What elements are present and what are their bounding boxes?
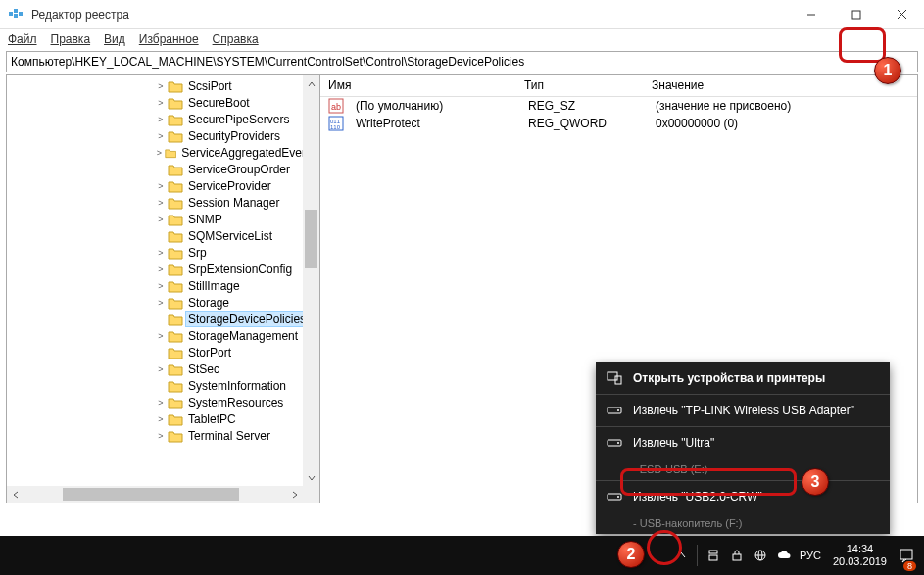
tree-item[interactable]: >SecurityProviders (7, 127, 319, 144)
tree-item[interactable]: >Srp (7, 244, 319, 261)
scroll-down-button[interactable] (303, 469, 319, 486)
tree-expand-icon[interactable]: > (154, 98, 168, 108)
tree-expand-icon[interactable]: > (154, 181, 168, 191)
tree-item[interactable]: >Session Manager (7, 194, 319, 211)
tree-expand-icon[interactable]: > (154, 131, 168, 141)
list-row[interactable]: ab(По умолчанию)REG_SZ(значение не присв… (320, 97, 917, 115)
tree-item[interactable]: StorPort (7, 344, 319, 360)
tray-network-icon[interactable] (749, 536, 772, 575)
eject-item-3-sub[interactable]: - USB-накопитель (F:) (596, 512, 890, 534)
tray-lock-icon[interactable] (725, 536, 749, 575)
tree-item[interactable]: >ServiceProvider (7, 177, 319, 194)
tree-item-label: SystemResources (186, 396, 285, 409)
tree-item[interactable]: >Storage (7, 294, 319, 311)
tray-eject-icon[interactable] (702, 536, 725, 575)
tree-expand-icon[interactable]: > (154, 81, 168, 91)
tree-item[interactable]: SQMServiceList (7, 227, 319, 244)
tree-expand-icon[interactable]: > (154, 115, 168, 124)
eject-item-2[interactable]: Извлечь "Ultra" (596, 427, 890, 458)
address-bar[interactable]: Компьютер\HKEY_LOCAL_MACHINE\SYSTEM\Curr… (6, 51, 918, 72)
eject-item-1[interactable]: Извлечь "TP-LINK Wireless USB Adapter" (596, 395, 890, 426)
taskbar: РУС 14:34 20.03.2019 8 (0, 536, 924, 575)
tree-expand-icon[interactable]: > (154, 364, 168, 374)
tree-item[interactable]: >StillImage (7, 277, 319, 294)
eject-item-2-sub[interactable]: - ESD-USB (E:) (596, 458, 890, 480)
minimize-button[interactable] (789, 0, 834, 29)
tree-item-label: SystemInformation (186, 379, 288, 393)
tree-expand-icon[interactable]: > (154, 148, 165, 158)
tree-item-label: Session Manager (186, 196, 281, 210)
tree-item-label: SNMP (186, 213, 224, 226)
tree-item-label: ServiceProvider (186, 179, 273, 193)
tree-scrollbar-h[interactable] (7, 486, 303, 503)
tree-item-label: ScsiPort (186, 79, 234, 93)
menu-bar: Файл Правка Вид Избранное Справка (0, 29, 924, 49)
scroll-corner (303, 486, 319, 503)
tree-item[interactable]: >ServiceAggregatedEvents (7, 144, 319, 161)
tree-item[interactable]: StorageDevicePolicies (7, 311, 319, 327)
tree-item[interactable]: >SNMP (7, 211, 319, 227)
tree-item-label: SrpExtensionConfig (186, 263, 294, 276)
tree-item[interactable]: >Terminal Server (7, 427, 319, 444)
cell-name: WriteProtect (348, 117, 520, 130)
tray-clock[interactable]: 14:34 20.03.2019 (825, 543, 895, 568)
tree-item-label: Terminal Server (186, 429, 272, 443)
col-header-value[interactable]: Значение (644, 75, 917, 96)
eject-item-3[interactable]: Извлечь "USB2.0-CRW" (596, 481, 890, 512)
tree-item-label: ServiceGroupOrder (186, 163, 292, 176)
menu-file[interactable]: Файл (8, 32, 37, 46)
tree-item[interactable]: >SecurePipeServers (7, 111, 319, 127)
col-header-name[interactable]: Имя (320, 75, 516, 96)
svg-rect-21 (709, 551, 717, 553)
menu-edit[interactable]: Правка (51, 32, 91, 46)
tree-item[interactable]: >StSec (7, 360, 319, 377)
maximize-button[interactable] (834, 0, 879, 29)
cell-value: 0x00000000 (0) (648, 117, 917, 130)
col-header-type[interactable]: Тип (516, 75, 644, 96)
tree-expand-icon[interactable]: > (154, 215, 168, 224)
tree-item[interactable]: SystemInformation (7, 377, 319, 394)
scroll-thumb-h[interactable] (63, 488, 239, 501)
close-button[interactable] (879, 0, 924, 29)
tree-expand-icon[interactable]: > (154, 431, 168, 441)
drive-icon (606, 402, 623, 419)
scroll-up-button[interactable] (303, 75, 319, 92)
tree-item-label: StorPort (186, 346, 233, 359)
tree-expand-icon[interactable]: > (154, 398, 168, 407)
drive-icon (606, 434, 623, 452)
tree-item[interactable]: >SecureBoot (7, 94, 319, 111)
tree-item[interactable]: >SrpExtensionConfig (7, 261, 319, 277)
tree-expand-icon[interactable]: > (154, 264, 168, 274)
tree-item[interactable]: >StorageManagement (7, 327, 319, 344)
devices-icon (606, 369, 623, 387)
tray-cloud-icon[interactable] (772, 536, 796, 575)
tree-item[interactable]: ServiceGroupOrder (7, 161, 319, 177)
scroll-right-button[interactable] (286, 486, 303, 503)
menu-view[interactable]: Вид (104, 32, 125, 46)
tree-expand-icon[interactable]: > (154, 298, 168, 308)
tree-item-label: SecurityProviders (186, 129, 282, 143)
menu-help[interactable]: Справка (213, 32, 259, 46)
list-row[interactable]: 011110WriteProtectREG_QWORD0x00000000 (0… (320, 115, 917, 132)
tree-expand-icon[interactable]: > (154, 248, 168, 258)
window-title: Редактор реестра (31, 8, 789, 22)
tray-notifications[interactable]: 8 (895, 536, 918, 575)
tree-expand-icon[interactable]: > (154, 281, 168, 291)
scroll-left-button[interactable] (7, 486, 24, 503)
tree-expand-icon[interactable]: > (154, 331, 168, 341)
tray-chevron-icon[interactable] (669, 536, 693, 575)
tree-expand-icon[interactable]: > (154, 198, 168, 208)
tree-scrollbar-v[interactable] (303, 75, 319, 486)
tree-item[interactable]: >ScsiPort (7, 77, 319, 94)
tree-item-label: StillImage (186, 279, 242, 293)
tray-language[interactable]: РУС (796, 550, 825, 561)
scroll-thumb-v[interactable] (305, 210, 317, 268)
tree-item[interactable]: >SystemResources (7, 394, 319, 410)
svg-rect-3 (19, 12, 23, 16)
tree-item[interactable]: >TabletPC (7, 410, 319, 427)
tree-pane: >ScsiPort>SecureBoot>SecurePipeServers>S… (7, 75, 320, 503)
menu-favorites[interactable]: Избранное (139, 32, 199, 46)
eject-open-devices[interactable]: Открыть устройства и принтеры (596, 362, 890, 394)
tree-expand-icon[interactable]: > (154, 414, 168, 424)
svg-rect-1 (14, 9, 18, 13)
